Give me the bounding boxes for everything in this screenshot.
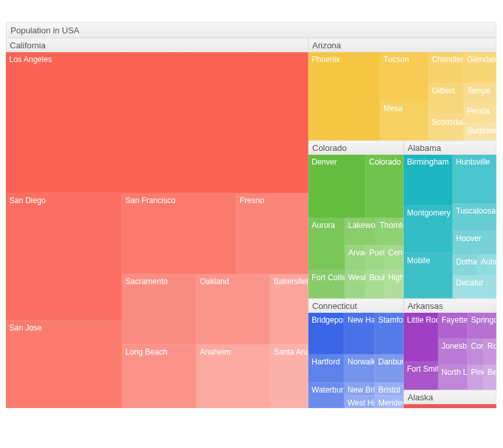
treemap-cell[interactable]: Norwalk [344, 355, 375, 383]
treemap-cell[interactable]: Waterbury [308, 383, 344, 408]
treemap-cell[interactable]: Bentonville [484, 365, 496, 390]
treemap-cell[interactable]: Huntsville [453, 155, 496, 204]
treemap-cell[interactable]: Springdale [468, 313, 496, 339]
treemap-cell[interactable]: Tuscaloosa [453, 204, 496, 231]
treemap-cell[interactable]: Denver [308, 155, 366, 218]
treemap-cell[interactable]: Phoenix [308, 52, 380, 140]
treemap-cell[interactable]: Dothan [453, 255, 478, 276]
treemap-cell[interactable]: Highlands Ranch [385, 270, 404, 298]
treemap-chart: Population in USA CaliforniaArizonaColor… [6, 22, 496, 408]
group-header[interactable]: Arkansas [404, 298, 496, 313]
treemap-cell[interactable]: Anaheim [197, 345, 270, 408]
treemap-cell[interactable]: Stamford [375, 313, 404, 355]
treemap-cell[interactable]: Fresno [236, 193, 308, 274]
treemap-cell[interactable]: Birmingham [404, 155, 453, 206]
treemap-cell[interactable]: Tempe [464, 84, 496, 104]
chart-title: Population in USA [6, 22, 496, 38]
treemap-cell[interactable]: Bristol [375, 383, 404, 396]
treemap-cell[interactable]: Santa Ana [270, 345, 308, 408]
treemap-cell[interactable]: Thornton [376, 218, 404, 246]
treemap-cell[interactable]: Lakewood [345, 218, 376, 246]
treemap-cell[interactable]: Centennial [385, 246, 404, 270]
treemap-cell[interactable]: Hoover [453, 231, 496, 255]
treemap-cell[interactable]: Aurora [308, 218, 345, 270]
treemap-cell[interactable]: Decatur [453, 276, 496, 298]
treemap-cell[interactable]: Oakland [197, 274, 270, 345]
treemap-cell[interactable]: Surprise [464, 123, 496, 140]
treemap-cell[interactable]: Los Angeles [6, 52, 308, 193]
treemap-cell[interactable]: Chandler [429, 52, 464, 84]
group-header[interactable]: Alabama [404, 140, 496, 155]
group-header[interactable]: Connecticut [308, 298, 404, 313]
treemap-cell[interactable]: Fort Smith [404, 362, 438, 390]
group-header[interactable]: Arizona [308, 38, 496, 52]
treemap-cell[interactable]: Hartford [308, 355, 344, 383]
treemap-cell[interactable]: Bridgeport [308, 313, 344, 355]
treemap-cell[interactable]: Bakersfield [270, 274, 308, 345]
group-header[interactable]: Colorado [308, 140, 404, 155]
treemap-cell[interactable]: Rogers [484, 339, 496, 365]
treemap-cell[interactable]: Fayetteville [438, 313, 468, 339]
treemap-cell[interactable]: Tucson [380, 52, 429, 101]
treemap-cell[interactable]: Auburn [478, 255, 496, 276]
treemap-cell[interactable]: Mobile [404, 253, 453, 298]
treemap-cell[interactable]: Little Rock [404, 313, 438, 362]
treemap-cell[interactable]: Peoria [464, 104, 496, 123]
treemap-cell[interactable]: Pueblo [366, 246, 385, 270]
treemap-cell[interactable]: Westminster [345, 270, 366, 298]
treemap-cell[interactable]: San Francisco [122, 193, 236, 274]
treemap-cell[interactable]: Arvada [345, 246, 366, 270]
treemap-cell[interactable]: Long Beach [122, 345, 197, 408]
treemap-cell[interactable]: New Haven [344, 313, 375, 355]
treemap-cell[interactable]: Meriden [375, 396, 404, 408]
treemap-cell[interactable]: North Little Rock [438, 365, 468, 390]
treemap-cell[interactable]: Sacramento [122, 274, 197, 345]
group-header[interactable]: Alaska [404, 390, 496, 404]
treemap-cell[interactable]: Fort Collins [308, 270, 345, 298]
treemap-cell[interactable]: West Hartford [344, 396, 375, 408]
treemap-cell[interactable]: Glendale [464, 52, 496, 84]
treemap-cell[interactable]: Gilbert [429, 84, 464, 115]
treemap-cell[interactable]: Danbury [375, 355, 404, 383]
treemap-cell[interactable]: Conway [468, 339, 484, 365]
treemap-cell[interactable]: Jonesboro [438, 339, 468, 365]
treemap-cell[interactable]: San Jose [6, 321, 122, 408]
treemap-cell[interactable]: New Britain [344, 383, 375, 396]
treemap-cell[interactable]: Scottsdale [429, 115, 464, 140]
treemap-cell[interactable]: Anchorage [404, 404, 496, 408]
treemap-cell[interactable]: Mesa [380, 101, 429, 140]
treemap-cell[interactable]: Pine Bluff [468, 365, 484, 390]
treemap-cell[interactable]: Montgomery [404, 206, 453, 253]
group-header[interactable]: California [6, 38, 308, 52]
treemap-cell[interactable]: Boulder [366, 270, 385, 298]
treemap-cell[interactable]: Colorado Springs [366, 155, 404, 218]
treemap-cell[interactable]: San Diego [6, 193, 122, 321]
